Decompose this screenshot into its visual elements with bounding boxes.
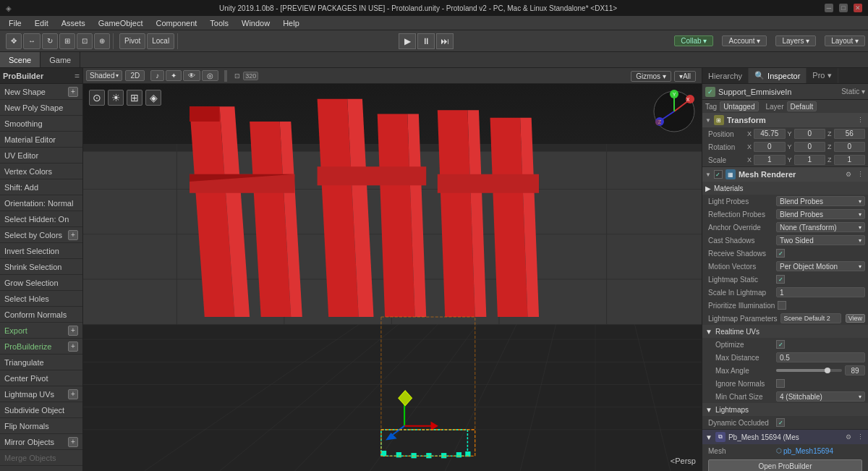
rot-z-input[interactable]: 0 [834, 142, 865, 152]
pb-item-14[interactable]: Conform Normals [0, 307, 82, 323]
scene-extra-button[interactable]: ◎ [202, 70, 218, 81]
mesh-renderer-enabled[interactable]: ✓ [714, 170, 723, 179]
dynamic-occluded-checkbox[interactable]: ✓ [776, 418, 785, 427]
menu-help[interactable]: Help [277, 18, 305, 28]
account-button[interactable]: Account ▾ [722, 35, 767, 46]
pb-item-6[interactable]: Shift: Add [0, 179, 82, 195]
pbm-ctrl1[interactable]: ⚙ [843, 432, 854, 442]
pb-add-btn-19[interactable]: + [68, 389, 78, 399]
rot-y-input[interactable]: 0 [794, 142, 825, 152]
scene-viewport[interactable]: X Y Z <Persp ⊙ ☀ ⊞ ◈ [83, 84, 702, 471]
scene-vis-button[interactable]: 👁 [183, 70, 200, 81]
pb-item-15[interactable]: Export+ [0, 323, 82, 339]
tab-hierarchy[interactable]: Hierarchy [702, 68, 749, 83]
play-button[interactable]: ▶ [399, 33, 416, 49]
static-dropdown[interactable]: Static ▾ [841, 88, 865, 96]
fx-button[interactable]: ✦ [166, 70, 182, 81]
scale-lightmap-input[interactable]: 1 [776, 287, 865, 297]
pb-item-0[interactable]: New Shape+ [0, 84, 82, 100]
pb-item-1[interactable]: New Poly Shape [0, 100, 82, 116]
pb-add-btn-22[interactable]: + [68, 437, 78, 447]
motion-vectors-dropdown[interactable]: Per Object Motion ▾ [776, 261, 865, 271]
tab-scene[interactable]: Scene [0, 52, 41, 67]
menu-assets[interactable]: Assets [56, 18, 91, 28]
hand-tool[interactable]: ✥ [6, 33, 22, 49]
pb-mesh-header[interactable]: ▼ ⧉ Pb_Mesh 15694 (Mes ⚙ ⋮ [702, 430, 868, 444]
prioritize-checkbox[interactable] [778, 301, 786, 310]
pb-item-7[interactable]: Orientation: Normal [0, 195, 82, 211]
step-button[interactable]: ⏭ [436, 33, 454, 49]
tab-game[interactable]: Game [41, 52, 80, 67]
reflection-probes-dropdown[interactable]: Blend Probes ▾ [776, 209, 865, 219]
pos-x-input[interactable]: 45.75 [754, 129, 785, 139]
transform-tool[interactable]: ⊕ [94, 33, 110, 49]
pb-item-9[interactable]: Select by Colors+ [0, 227, 82, 243]
pbm-ctrl2[interactable]: ⋮ [855, 432, 865, 442]
min-chart-dropdown[interactable]: 4 (Stitchable) ▾ [776, 391, 865, 402]
menu-edit[interactable]: Edit [29, 18, 54, 28]
scale-y-input[interactable]: 1 [794, 155, 825, 165]
pb-add-btn-0[interactable]: + [68, 87, 78, 97]
open-probuilder-button[interactable]: Open ProBuilder [708, 459, 862, 471]
menu-component[interactable]: Component [150, 18, 203, 28]
probuilder-close-button[interactable]: = [75, 71, 80, 81]
light-probes-dropdown[interactable]: Blend Probes ▾ [776, 196, 865, 206]
2d-view-button[interactable]: 2D [125, 70, 145, 81]
pb-item-21[interactable]: Flip Normals [0, 418, 82, 434]
collab-button[interactable]: Collab ▾ [674, 35, 713, 46]
pb-item-4[interactable]: UV Editor [0, 148, 82, 164]
viewport-grid-icon[interactable]: ⊞ [127, 90, 142, 106]
all-button[interactable]: ▾All [674, 71, 696, 82]
pivot-button[interactable]: Pivot [119, 33, 145, 49]
lightmap-params-dropdown[interactable]: Scene Default 2 [780, 313, 841, 323]
mr-menu1[interactable]: ⚙ [843, 169, 854, 179]
max-distance-input[interactable]: 0.5 [776, 352, 865, 362]
translate-tool[interactable]: ↔ [23, 33, 41, 49]
menu-tools[interactable]: Tools [204, 18, 234, 28]
global-button[interactable]: Local [147, 33, 174, 49]
tag-dropdown[interactable]: Untagged [720, 101, 758, 111]
layers-button[interactable]: Layers ▾ [775, 35, 816, 46]
scale-x-input[interactable]: 1 [754, 155, 785, 165]
pb-add-btn-9[interactable]: + [68, 230, 78, 240]
pb-item-5[interactable]: Vertex Colors [0, 164, 82, 179]
pb-item-2[interactable]: Smoothing [0, 116, 82, 132]
pause-button[interactable]: ⏸ [417, 33, 435, 49]
viewport-camera-icon[interactable]: ⊙ [89, 90, 105, 106]
rot-x-input[interactable]: 0 [754, 142, 785, 152]
menu-file[interactable]: File [3, 18, 27, 28]
pb-item-13[interactable]: Select Holes [0, 291, 82, 307]
pb-item-20[interactable]: Subdivide Object [0, 402, 82, 418]
scale-tool[interactable]: ⊞ [59, 33, 75, 49]
shading-mode-dropdown[interactable]: Shaded ▾ [86, 70, 122, 81]
rotate-tool[interactable]: ↻ [42, 33, 58, 49]
pb-item-22[interactable]: Mirror Objects+ [0, 434, 82, 450]
pb-add-btn-16[interactable]: + [68, 341, 78, 352]
lightmap-static-checkbox[interactable]: ✓ [776, 275, 785, 284]
ignore-normals-checkbox[interactable] [776, 379, 785, 388]
pb-item-10[interactable]: Invert Selection [0, 243, 82, 259]
pos-z-input[interactable]: 56 [834, 129, 865, 139]
close-button[interactable]: ✕ [854, 4, 862, 12]
minimize-button[interactable]: ─ [825, 4, 833, 12]
materials-foldout[interactable]: ▶ Materials [702, 182, 868, 195]
lightmaps-foldout[interactable]: ▼ Lightmaps [702, 403, 868, 416]
receive-shadows-checkbox[interactable]: ✓ [776, 249, 785, 258]
max-angle-slider[interactable] [776, 369, 842, 372]
view-button[interactable]: View [846, 314, 865, 323]
layout-button[interactable]: Layout ▾ [825, 35, 865, 46]
viewport-fx2-icon[interactable]: ◈ [145, 90, 161, 106]
pb-item-16[interactable]: ProBuilderize+ [0, 339, 82, 355]
gizmos-button[interactable]: Gizmos ▾ [631, 71, 671, 82]
anchor-override-dropdown[interactable]: None (Transform) ▾ [776, 222, 865, 232]
cast-shadows-dropdown[interactable]: Two Sided ▾ [776, 235, 865, 245]
optimize-checkbox[interactable]: ✓ [776, 340, 785, 349]
pb-item-3[interactable]: Material Editor [0, 132, 82, 148]
scale-z-input[interactable]: 1 [834, 155, 865, 165]
tab-inspector[interactable]: 🔍 Inspector [749, 68, 807, 83]
tab-pro[interactable]: Pro ▾ [807, 68, 838, 83]
realtime-uvs-foldout[interactable]: ▼ Realtime UVs [702, 325, 868, 338]
pb-item-18[interactable]: Center Pivot [0, 370, 82, 386]
audio-button[interactable]: ♪ [150, 70, 164, 81]
maximize-button[interactable]: □ [839, 4, 848, 12]
